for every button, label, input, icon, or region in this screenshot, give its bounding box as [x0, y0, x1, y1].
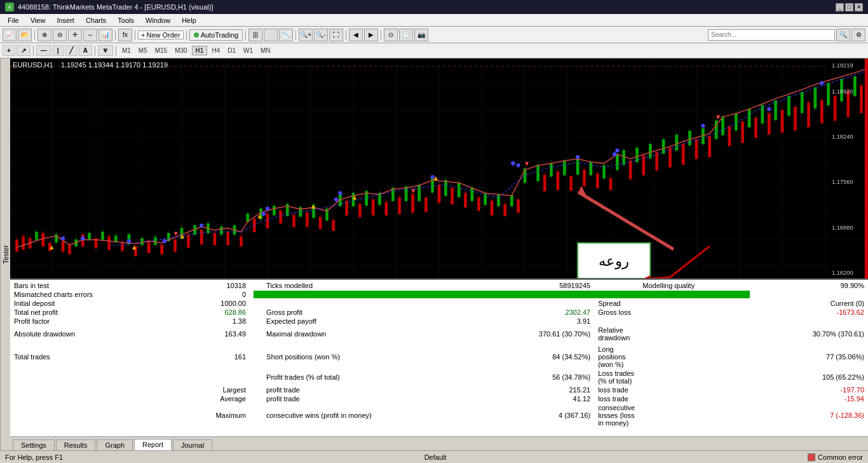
maximize-button[interactable]: □	[845, 3, 853, 11]
new-chart-button[interactable]: 📈	[3, 29, 17, 41]
maximum-label: Maximum	[177, 403, 250, 427]
timeframe-toolbar: + ↗ — | ╱ A ⛛ M1 M5 M15 M30 H1 H4 D1 W1 …	[0, 43, 868, 59]
profit-factor-value: 1.38	[177, 317, 250, 326]
tf-w1[interactable]: W1	[240, 46, 256, 55]
tf-h1[interactable]: H1	[192, 46, 208, 55]
svg-point-306	[820, 81, 824, 85]
svg-marker-321	[411, 190, 415, 193]
tab-results[interactable]: Results	[56, 439, 96, 450]
tab-report[interactable]: Report	[134, 439, 172, 450]
menu-file[interactable]: File	[3, 15, 24, 25]
status-help: For Help, press F1	[5, 453, 63, 461]
search-input[interactable]	[708, 29, 835, 41]
svg-marker-320	[174, 232, 178, 236]
loss-trades-value: 105 (65.22%)	[754, 369, 868, 385]
menu-charts[interactable]: Charts	[81, 15, 111, 25]
table-row: Largest profit trade 215.21 loss trade -…	[10, 385, 868, 394]
svg-marker-322	[525, 162, 529, 166]
chart-properties-button[interactable]: 📊	[98, 29, 112, 41]
menu-view[interactable]: View	[25, 15, 51, 25]
menu-help[interactable]: Help	[177, 15, 201, 25]
tf-h4[interactable]: H4	[208, 46, 223, 55]
zoom-in-button[interactable]: ⊕	[37, 29, 51, 41]
svg-point-305	[767, 107, 771, 111]
menu-window[interactable]: Window	[140, 15, 175, 25]
profit-trades-label: Profit trades (% of total)	[262, 369, 480, 385]
svg-point-304	[701, 124, 705, 128]
bottom-panel: Bars in test 10318 Ticks modelled 589192…	[10, 279, 868, 450]
initial-deposit-value: 1000.00	[177, 299, 250, 308]
crosshair-button[interactable]: ✛	[68, 29, 82, 41]
zoom-in2-button[interactable]: 🔍+	[299, 29, 313, 41]
svg-marker-318	[510, 161, 515, 166]
tf-separator-2	[95, 46, 95, 56]
profit-trade-label: profit trade	[262, 385, 480, 394]
svg-point-300	[431, 175, 435, 179]
arrow-tool-button[interactable]: ↗	[17, 45, 31, 56]
tab-journal[interactable]: Journal	[173, 439, 212, 450]
line-chart-button[interactable]: 📉	[279, 29, 293, 41]
scroll-button[interactable]: ↔	[83, 29, 97, 41]
screenshot-button[interactable]: 📷	[414, 29, 428, 41]
back-button[interactable]: ◀	[349, 29, 363, 41]
tf-d1[interactable]: D1	[224, 46, 239, 55]
new-order-button[interactable]: + New Order	[138, 31, 184, 39]
candle-chart-button[interactable]: ⬜	[264, 29, 278, 41]
toolbar-separator-5	[245, 30, 246, 40]
fib-button[interactable]: ⛛	[98, 45, 113, 56]
max-drawdown-label: Maximal drawdown	[262, 326, 480, 342]
largest-label: Largest	[177, 385, 250, 394]
avg-profit-trade-label: profit trade	[262, 394, 480, 403]
abs-drawdown-value: 163.49	[177, 326, 250, 342]
period-button[interactable]: ⊙	[384, 29, 398, 41]
avg-profit-trade-value: 41.12	[480, 394, 594, 403]
status-center: Default	[424, 453, 447, 461]
tf-m5[interactable]: M5	[135, 46, 151, 55]
draw-vline-button[interactable]: |	[53, 45, 64, 56]
long-pos-label: Long positions (won %)	[594, 345, 639, 369]
autotrading-status-icon	[194, 32, 199, 38]
tf-mn[interactable]: MN	[257, 46, 274, 55]
forward-button[interactable]: ▶	[364, 29, 378, 41]
expected-payoff-value: 3.91	[480, 317, 594, 326]
title-bar: 4 44088158: ThinkMarkets MetaTrader 4 - …	[0, 0, 868, 14]
bar-chart-button[interactable]: |||	[248, 29, 262, 41]
minimize-button[interactable]: _	[836, 3, 844, 11]
tf-m1[interactable]: M1	[119, 46, 134, 55]
profit-trades-value: 56 (34.78%)	[480, 369, 594, 385]
text-tool-button[interactable]: A	[79, 45, 92, 56]
toolbar-separator-2	[115, 30, 116, 40]
new-order-label: New Order	[146, 31, 180, 39]
tab-graph[interactable]: Graph	[97, 439, 133, 450]
close-button[interactable]: ✕	[855, 3, 863, 11]
autotrading-button[interactable]: AutoTrading	[189, 29, 243, 41]
chart-container[interactable]: EURUSD,H1 1.19245 1.19344 1.19170 1.1921…	[10, 59, 868, 279]
status-right: Common error	[818, 453, 863, 461]
candlestick-chart: 1.19219 1.18920 1.18240 1.17560 1.16880 …	[10, 59, 868, 279]
chart-header: EURUSD,H1 1.19245 1.19344 1.19170 1.1921…	[13, 61, 168, 69]
open-button[interactable]: 📂	[18, 29, 32, 41]
settings-button[interactable]: ⚙	[851, 29, 865, 41]
line-tool-button[interactable]: +	[3, 45, 15, 56]
tf-m30[interactable]: M30	[172, 46, 190, 55]
avg-loss-trade-value: -15.94	[754, 394, 868, 403]
full-screen-button[interactable]: ⛶	[329, 29, 343, 41]
draw-tline-button[interactable]: ╱	[65, 45, 78, 56]
window-title: 44088158: ThinkMarkets MetaTrader 4 - [E…	[18, 3, 214, 11]
menu-tools[interactable]: Tools	[112, 15, 139, 25]
toolbar-separator-3	[135, 30, 135, 40]
svg-text:1.17560: 1.17560	[832, 179, 853, 186]
search-button[interactable]: 🔍	[836, 29, 850, 41]
draw-hline-button[interactable]: —	[36, 45, 51, 56]
chart-prices: 1.19245 1.19344 1.19170 1.19219	[61, 61, 168, 69]
toolbar-separator-8	[381, 30, 381, 40]
tab-settings[interactable]: Settings	[13, 439, 55, 450]
menu-insert[interactable]: Insert	[51, 15, 79, 25]
indicators-button[interactable]: fx	[118, 29, 132, 41]
clock-button[interactable]: 🕐	[399, 29, 413, 41]
zoom-out2-button[interactable]: 🔍-	[314, 29, 328, 41]
tester-panel-label[interactable]: Tester	[0, 59, 10, 450]
zoom-out-button[interactable]: ⊖	[53, 29, 67, 41]
modelling-quality-label: Modelling quality	[639, 281, 754, 290]
tf-m15[interactable]: M15	[152, 46, 170, 55]
